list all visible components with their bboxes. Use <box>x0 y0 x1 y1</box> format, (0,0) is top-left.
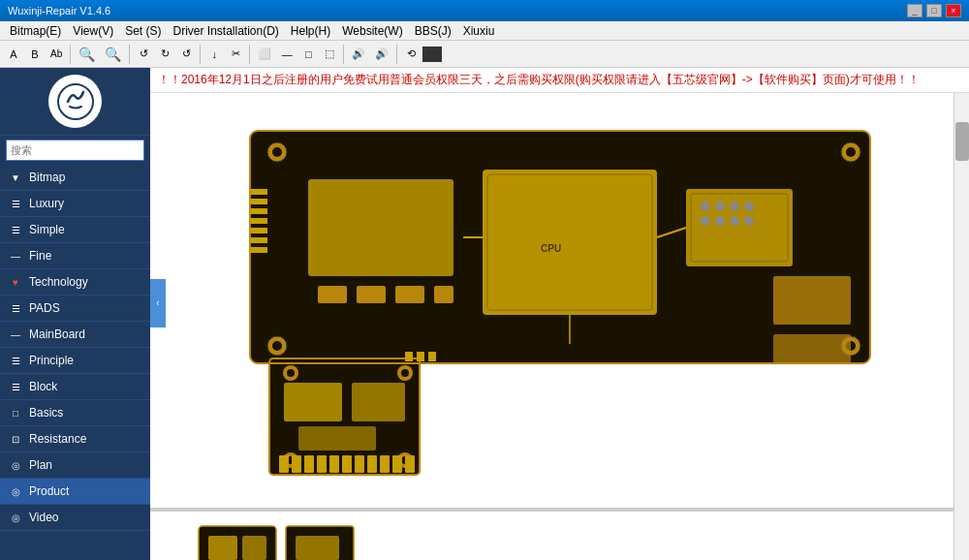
svg-point-30 <box>744 202 754 211</box>
svg-rect-75 <box>296 536 339 560</box>
toolbar-view-box[interactable]: ⬚ <box>320 44 339 65</box>
svg-rect-60 <box>304 455 314 473</box>
sidebar-item-fine[interactable]: — Fine <box>0 243 150 269</box>
sidebar-item-resistance[interactable]: ⊡ Resistance <box>0 426 150 452</box>
svg-rect-64 <box>355 455 364 473</box>
menu-set[interactable]: Set (S) <box>119 22 167 40</box>
toolbar-rotate3[interactable]: ↺ <box>176 44 196 65</box>
svg-rect-39 <box>434 286 453 303</box>
menu-xiuxiu[interactable]: Xiuxiu <box>457 22 501 40</box>
toolbar-line[interactable]: — <box>277 44 297 65</box>
sidebar-item-principle[interactable]: ☰ Principle <box>0 348 150 374</box>
svg-point-28 <box>715 202 725 211</box>
svg-rect-48 <box>250 218 267 224</box>
sidebar-item-plan[interactable]: ◎ Plan <box>0 452 150 479</box>
toolbar-rotate1[interactable]: ↺ <box>134 44 153 65</box>
mainboard-icon: — <box>8 329 23 340</box>
bitmap-icon: ▼ <box>8 172 23 183</box>
toolbar-sep4 <box>249 45 250 64</box>
menu-bar: Bitmap(E) View(V) Set (S) Driver Install… <box>0 21 969 41</box>
sidebar-item-basics[interactable]: □ Basics <box>0 400 150 426</box>
simple-icon: ☰ <box>8 225 23 235</box>
menu-bitmap[interactable]: Bitmap(E) <box>4 22 67 40</box>
toolbar-sep2 <box>129 45 130 64</box>
sidebar-item-product[interactable]: ◎ Product <box>0 479 150 505</box>
toolbar-sep3 <box>200 45 201 64</box>
search-input[interactable] <box>6 140 144 161</box>
sidebar-item-label: Basics <box>29 406 63 420</box>
sidebar-item-label: Simple <box>29 223 65 236</box>
svg-rect-50 <box>250 237 267 243</box>
toolbar-rect[interactable]: ⬜ <box>254 44 275 65</box>
svg-point-14 <box>287 369 295 377</box>
svg-rect-56 <box>352 383 405 421</box>
svg-rect-63 <box>342 455 352 473</box>
collapse-handle[interactable]: ‹ <box>150 279 166 327</box>
svg-rect-51 <box>250 247 267 253</box>
sidebar-item-technology[interactable]: ♥ Technology <box>0 269 150 296</box>
sidebar-item-label: Bitmap <box>29 171 65 184</box>
toolbar-sound1[interactable]: 🔊 <box>348 44 369 65</box>
menu-website[interactable]: Website(W) <box>336 22 408 40</box>
menu-driver[interactable]: Driver Installation(D) <box>167 22 284 40</box>
sidebar: ▼ Bitmap ☰ Luxury ☰ Simple — Fine ♥ Tech… <box>0 68 150 560</box>
svg-point-6 <box>272 147 282 157</box>
video-icon: ◎ <box>8 513 23 523</box>
toolbar-b-btn[interactable]: B <box>25 44 45 65</box>
toolbar-sep1 <box>70 45 71 64</box>
resistance-icon: ⊡ <box>8 434 23 445</box>
toolbar-black[interactable] <box>422 47 442 62</box>
notification-text: ！！2016年12月1日之后注册的用户免费试用普通会员权限三天，之后需购买权限(… <box>158 73 920 86</box>
toolbar-square[interactable]: □ <box>298 44 318 65</box>
svg-rect-40 <box>773 276 851 325</box>
svg-point-32 <box>715 216 725 226</box>
toolbar-zoom-out[interactable]: 🔍 <box>101 44 125 65</box>
svg-rect-58 <box>279 455 289 473</box>
svg-point-27 <box>701 202 710 211</box>
technology-icon: ♥ <box>8 277 23 288</box>
scrollbar-thumb[interactable] <box>955 122 969 161</box>
sidebar-item-mainboard[interactable]: — MainBoard <box>0 322 150 348</box>
sidebar-item-video[interactable]: ◎ Video <box>0 505 150 531</box>
sidebar-item-pads[interactable]: ☰ PADS <box>0 296 150 322</box>
title-bar-buttons[interactable]: _ □ × <box>907 4 961 17</box>
svg-rect-54 <box>428 352 436 361</box>
svg-rect-61 <box>317 455 327 473</box>
svg-point-34 <box>744 216 754 226</box>
toolbar-zoom-in[interactable]: 🔍 <box>75 44 99 65</box>
menu-help[interactable]: Help(H) <box>285 22 336 40</box>
block-icon: ☰ <box>8 382 23 392</box>
sidebar-item-simple[interactable]: ☰ Simple <box>0 217 150 243</box>
vertical-scrollbar[interactable] <box>953 93 969 560</box>
board-area[interactable]: ‹ <box>150 93 969 560</box>
sidebar-item-label: Principle <box>29 354 74 367</box>
product-icon: ◎ <box>8 486 23 497</box>
maximize-button[interactable]: □ <box>926 4 942 17</box>
menu-view[interactable]: View(V) <box>67 22 119 40</box>
toolbar-ab-btn[interactable]: Ab <box>47 44 66 65</box>
toolbar-rotate2[interactable]: ↻ <box>155 44 174 65</box>
svg-rect-67 <box>392 455 402 473</box>
menu-bbs[interactable]: BBS(J) <box>409 22 457 40</box>
toolbar-cut[interactable]: ✂ <box>226 44 245 65</box>
toolbar-down[interactable]: ↓ <box>204 44 224 65</box>
sidebar-item-block[interactable]: ☰ Block <box>0 374 150 400</box>
svg-rect-41 <box>773 334 851 363</box>
pcb-bottom-svg <box>189 516 383 560</box>
svg-rect-68 <box>405 455 415 473</box>
sidebar-item-label: Resistance <box>29 432 86 446</box>
svg-rect-46 <box>250 199 267 204</box>
sidebar-logo <box>0 68 150 136</box>
toolbar-sound2[interactable]: 🔊 <box>371 44 392 65</box>
svg-rect-45 <box>250 189 267 195</box>
sidebar-item-bitmap[interactable]: ▼ Bitmap <box>0 165 150 191</box>
close-button[interactable]: × <box>946 4 961 17</box>
toolbar-a-btn[interactable]: A <box>4 44 23 65</box>
minimize-button[interactable]: _ <box>907 4 922 17</box>
sidebar-item-luxury[interactable]: ☰ Luxury <box>0 191 150 217</box>
toolbar-refresh[interactable]: ⟲ <box>401 44 421 65</box>
svg-rect-36 <box>318 286 347 303</box>
svg-rect-47 <box>250 208 267 214</box>
svg-rect-37 <box>357 286 386 303</box>
svg-point-31 <box>701 216 710 226</box>
